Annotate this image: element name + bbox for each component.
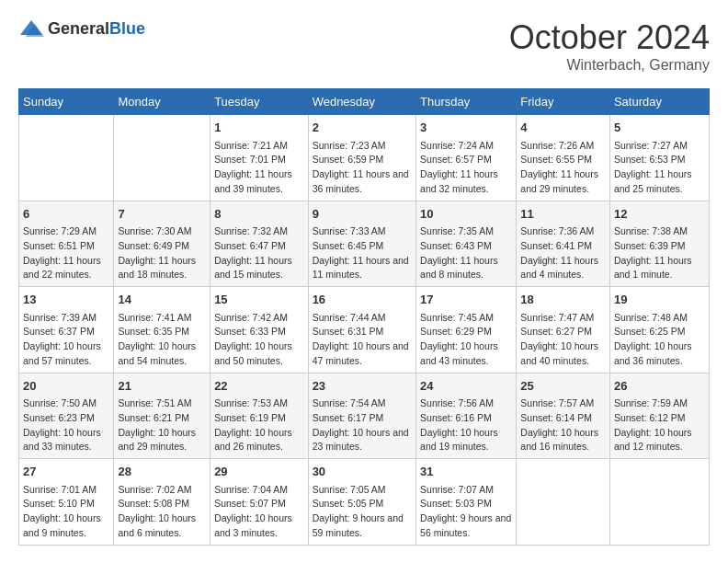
calendar-cell: 19Sunrise: 7:48 AM Sunset: 6:25 PM Dayli… [609, 287, 709, 373]
calendar-cell: 25Sunrise: 7:57 AM Sunset: 6:14 PM Dayli… [517, 373, 610, 459]
day-number: 7 [118, 205, 206, 224]
calendar-cell: 29Sunrise: 7:04 AM Sunset: 5:07 PM Dayli… [210, 459, 309, 546]
calendar-cell: 12Sunrise: 7:38 AM Sunset: 6:39 PM Dayli… [609, 201, 709, 287]
month-title: October 2024 [509, 18, 710, 57]
calendar-cell: 6Sunrise: 7:29 AM Sunset: 6:51 PM Daylig… [19, 201, 114, 287]
day-info: Sunrise: 7:44 AM Sunset: 6:31 PM Dayligh… [313, 311, 412, 369]
calendar-cell: 22Sunrise: 7:53 AM Sunset: 6:19 PM Dayli… [210, 373, 309, 459]
day-number: 24 [420, 377, 512, 396]
day-number: 31 [420, 463, 512, 481]
day-info: Sunrise: 7:27 AM Sunset: 6:53 PM Dayligh… [614, 139, 705, 197]
day-info: Sunrise: 7:54 AM Sunset: 6:17 PM Dayligh… [313, 396, 412, 454]
day-info: Sunrise: 7:35 AM Sunset: 6:43 PM Dayligh… [420, 224, 512, 282]
day-info: Sunrise: 7:51 AM Sunset: 6:21 PM Dayligh… [118, 396, 206, 454]
calendar-table: SundayMondayTuesdayWednesdayThursdayFrid… [18, 88, 710, 546]
day-info: Sunrise: 7:33 AM Sunset: 6:45 PM Dayligh… [313, 224, 412, 282]
page-header: GeneralBlue October 2024 Winterbach, Ger… [18, 18, 710, 74]
calendar-cell [609, 459, 709, 546]
day-number: 2 [313, 119, 412, 137]
week-row-5: 27Sunrise: 7:01 AM Sunset: 5:10 PM Dayli… [19, 459, 710, 546]
calendar-cell: 7Sunrise: 7:30 AM Sunset: 6:49 PM Daylig… [114, 201, 210, 287]
col-header-thursday: Thursday [416, 89, 517, 115]
calendar-cell: 4Sunrise: 7:26 AM Sunset: 6:55 PM Daylig… [517, 115, 610, 201]
logo: GeneralBlue [18, 18, 145, 39]
day-number: 17 [420, 291, 512, 309]
day-info: Sunrise: 7:53 AM Sunset: 6:19 PM Dayligh… [214, 396, 304, 454]
calendar-cell: 15Sunrise: 7:42 AM Sunset: 6:33 PM Dayli… [210, 287, 309, 373]
title-section: October 2024 Winterbach, Germany [509, 18, 710, 74]
day-info: Sunrise: 7:29 AM Sunset: 6:51 PM Dayligh… [23, 224, 109, 282]
day-number: 10 [420, 205, 512, 224]
logo-icon [18, 18, 44, 39]
calendar-cell: 14Sunrise: 7:41 AM Sunset: 6:35 PM Dayli… [114, 287, 210, 373]
day-info: Sunrise: 7:48 AM Sunset: 6:25 PM Dayligh… [614, 311, 705, 369]
day-info: Sunrise: 7:24 AM Sunset: 6:57 PM Dayligh… [420, 139, 512, 197]
calendar-cell: 21Sunrise: 7:51 AM Sunset: 6:21 PM Dayli… [114, 373, 210, 459]
day-info: Sunrise: 7:36 AM Sunset: 6:41 PM Dayligh… [520, 224, 606, 282]
day-number: 22 [214, 377, 304, 396]
day-number: 16 [313, 291, 412, 309]
day-number: 18 [520, 291, 606, 309]
calendar-cell: 30Sunrise: 7:05 AM Sunset: 5:05 PM Dayli… [308, 459, 415, 546]
day-number: 1 [214, 119, 304, 137]
day-number: 15 [214, 291, 304, 309]
calendar-cell: 31Sunrise: 7:07 AM Sunset: 5:03 PM Dayli… [416, 459, 517, 546]
day-number: 11 [520, 205, 606, 224]
calendar-cell: 1Sunrise: 7:21 AM Sunset: 7:01 PM Daylig… [210, 115, 309, 201]
day-info: Sunrise: 7:59 AM Sunset: 6:12 PM Dayligh… [614, 396, 705, 454]
day-info: Sunrise: 7:39 AM Sunset: 6:37 PM Dayligh… [23, 311, 109, 369]
day-number: 14 [118, 291, 206, 309]
day-info: Sunrise: 7:47 AM Sunset: 6:27 PM Dayligh… [520, 311, 606, 369]
calendar-cell [19, 115, 114, 201]
day-info: Sunrise: 7:26 AM Sunset: 6:55 PM Dayligh… [520, 139, 606, 197]
day-number: 19 [614, 291, 705, 309]
day-number: 21 [118, 377, 206, 396]
day-number: 12 [614, 205, 705, 224]
day-info: Sunrise: 7:04 AM Sunset: 5:07 PM Dayligh… [214, 483, 304, 541]
day-info: Sunrise: 7:23 AM Sunset: 6:59 PM Dayligh… [313, 139, 412, 197]
calendar-cell: 16Sunrise: 7:44 AM Sunset: 6:31 PM Dayli… [308, 287, 415, 373]
week-row-1: 1Sunrise: 7:21 AM Sunset: 7:01 PM Daylig… [19, 115, 710, 201]
col-header-wednesday: Wednesday [308, 89, 415, 115]
calendar-cell: 26Sunrise: 7:59 AM Sunset: 6:12 PM Dayli… [609, 373, 709, 459]
calendar-cell: 27Sunrise: 7:01 AM Sunset: 5:10 PM Dayli… [19, 459, 114, 546]
week-row-2: 6Sunrise: 7:29 AM Sunset: 6:51 PM Daylig… [19, 201, 710, 287]
week-row-4: 20Sunrise: 7:50 AM Sunset: 6:23 PM Dayli… [19, 373, 710, 459]
calendar-cell: 11Sunrise: 7:36 AM Sunset: 6:41 PM Dayli… [517, 201, 610, 287]
calendar-cell [517, 459, 610, 546]
location-title: Winterbach, Germany [509, 57, 710, 74]
calendar-cell: 23Sunrise: 7:54 AM Sunset: 6:17 PM Dayli… [308, 373, 415, 459]
calendar-cell: 2Sunrise: 7:23 AM Sunset: 6:59 PM Daylig… [308, 115, 415, 201]
col-header-sunday: Sunday [19, 89, 114, 115]
logo-blue: Blue [109, 19, 145, 38]
calendar-cell [114, 115, 210, 201]
week-row-3: 13Sunrise: 7:39 AM Sunset: 6:37 PM Dayli… [19, 287, 710, 373]
calendar-cell: 18Sunrise: 7:47 AM Sunset: 6:27 PM Dayli… [517, 287, 610, 373]
day-number: 20 [23, 377, 109, 396]
day-info: Sunrise: 7:50 AM Sunset: 6:23 PM Dayligh… [23, 396, 109, 454]
day-info: Sunrise: 7:02 AM Sunset: 5:08 PM Dayligh… [118, 483, 206, 541]
day-number: 23 [313, 377, 412, 396]
day-number: 27 [23, 463, 109, 481]
day-number: 8 [214, 205, 304, 224]
calendar-cell: 5Sunrise: 7:27 AM Sunset: 6:53 PM Daylig… [609, 115, 709, 201]
logo-general: General [48, 19, 109, 38]
col-header-monday: Monday [114, 89, 210, 115]
day-number: 25 [520, 377, 606, 396]
day-info: Sunrise: 7:05 AM Sunset: 5:05 PM Dayligh… [313, 483, 412, 541]
day-info: Sunrise: 7:42 AM Sunset: 6:33 PM Dayligh… [214, 311, 304, 369]
calendar-cell: 3Sunrise: 7:24 AM Sunset: 6:57 PM Daylig… [416, 115, 517, 201]
day-number: 29 [214, 463, 304, 481]
day-number: 28 [118, 463, 206, 481]
day-number: 5 [614, 119, 705, 137]
calendar-cell: 10Sunrise: 7:35 AM Sunset: 6:43 PM Dayli… [416, 201, 517, 287]
day-number: 4 [520, 119, 606, 137]
calendar-cell: 24Sunrise: 7:56 AM Sunset: 6:16 PM Dayli… [416, 373, 517, 459]
calendar-cell: 28Sunrise: 7:02 AM Sunset: 5:08 PM Dayli… [114, 459, 210, 546]
day-info: Sunrise: 7:21 AM Sunset: 7:01 PM Dayligh… [214, 139, 304, 197]
calendar-cell: 20Sunrise: 7:50 AM Sunset: 6:23 PM Dayli… [19, 373, 114, 459]
day-number: 26 [614, 377, 705, 396]
day-number: 30 [313, 463, 412, 481]
day-info: Sunrise: 7:56 AM Sunset: 6:16 PM Dayligh… [420, 396, 512, 454]
col-header-tuesday: Tuesday [210, 89, 309, 115]
